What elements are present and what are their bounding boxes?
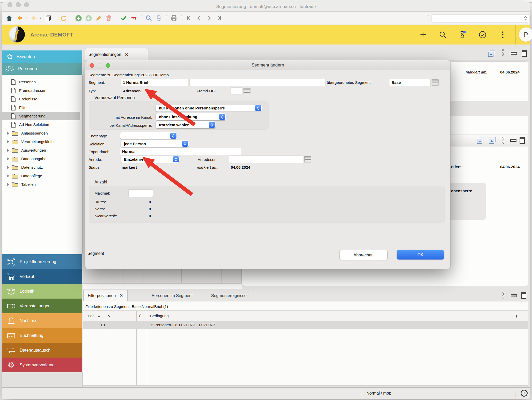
statusbar-drag-handle[interactable] (515, 390, 515, 397)
pending-tasks-icon[interactable] (458, 30, 467, 39)
parent-segment-lookup-icon[interactable] (432, 79, 439, 86)
search-button[interactable] (145, 14, 152, 22)
tab-segmentereignisse[interactable]: Segmentereignisse (207, 290, 251, 301)
nav-last-button[interactable] (216, 14, 223, 22)
cancel-button[interactable]: Abbrechen (339, 250, 388, 260)
check-circle-icon[interactable] (478, 30, 487, 39)
stepper-icon[interactable] (209, 122, 215, 128)
add-record-button[interactable] (75, 14, 82, 22)
anredeset-lookup-icon[interactable] (304, 156, 311, 162)
selektion-dropdown[interactable]: jede Person (121, 140, 189, 147)
segment-name2-input[interactable] (190, 79, 325, 86)
stepper-icon[interactable] (219, 114, 225, 120)
sidebar-item-personen-group[interactable]: Personen (2, 63, 82, 75)
tab-filterpositionen[interactable]: Filterpositionen ✕ (83, 290, 128, 301)
tab-personen-im-segment[interactable]: Personen im Segment (147, 290, 197, 301)
sidebar-module-verkauf[interactable]: Verkauf (2, 269, 82, 284)
kanalsperre-dropdown[interactable]: trotzdem wählen (156, 121, 216, 128)
tree-folder-anlassspenden[interactable]: Anlassspenden (0, 129, 80, 137)
expand-caret-icon[interactable] (7, 166, 9, 169)
col-close-paren[interactable]: ) (516, 314, 517, 318)
tree-item-adhoc-selektion[interactable]: Ad-Hoc Selektion (0, 120, 80, 129)
edit-button[interactable] (95, 14, 102, 22)
anrede-dropdown[interactable]: Einzelanrede (121, 156, 180, 163)
expand-caret-icon[interactable] (7, 140, 9, 144)
tree-item-fremdadressen[interactable]: Fremdadressen (0, 86, 80, 95)
tab-segmentierungen[interactable]: Segmentierungen ✕ (85, 48, 148, 61)
tree-folder-datenausgabe[interactable]: Datenausgabe (0, 154, 80, 163)
user-avatar[interactable]: P (519, 27, 532, 42)
sidebar-module-nachlass[interactable]: Nachlass (2, 313, 82, 328)
expand-caret-icon[interactable] (7, 131, 9, 135)
back-button[interactable] (16, 14, 23, 22)
tree-folder-verarbeitungslaeufe[interactable]: Verarbeitungsläufe (0, 137, 80, 146)
panel-minimize-icon[interactable] (511, 52, 517, 55)
table-row[interactable]: 10 1: Personen-ID: 1'021'077 - 1'021'077 (83, 321, 528, 329)
nav-first-button[interactable] (185, 14, 193, 22)
knotentyp-dropdown[interactable] (120, 132, 177, 139)
col-open-paren[interactable]: ( (139, 314, 141, 318)
segment-name-input[interactable]: 1 NormalBrief (121, 79, 188, 86)
nav-prev-button[interactable] (195, 14, 203, 22)
forward-button[interactable] (30, 14, 38, 22)
search-icon[interactable] (438, 30, 447, 39)
confirm-button[interactable] (120, 14, 127, 22)
panel-drag-handle-icon[interactable] (503, 137, 504, 144)
stepper-icon[interactable] (182, 141, 188, 147)
panel-minimize-icon[interactable] (511, 294, 517, 297)
exportdatei-input[interactable]: Normal (120, 148, 241, 155)
kebab-menu-icon[interactable] (498, 30, 507, 39)
dialog-close-button[interactable] (90, 63, 94, 68)
panel-drag-handle-icon[interactable] (502, 49, 504, 56)
personensperre-dropdown[interactable]: nur Personen ohne Personensperre (156, 105, 262, 112)
add-copy-record-button[interactable] (85, 14, 92, 22)
stepper-icon[interactable] (255, 105, 261, 111)
fremddb-lookup-icon[interactable] (243, 88, 250, 94)
col-pos[interactable]: Pos. (88, 314, 100, 318)
tab-close-icon[interactable]: ✕ (125, 52, 128, 57)
expand-caret-icon[interactable] (7, 157, 9, 161)
print-button[interactable] (170, 14, 178, 22)
forward-history-caret[interactable] (40, 18, 42, 19)
expand-caret-icon[interactable] (7, 149, 9, 152)
panel-minimize-icon[interactable] (510, 139, 516, 142)
col-bedingung[interactable]: Bedingung (150, 314, 169, 318)
panel-maximize-icon[interactable] (520, 137, 525, 144)
back-history-caret[interactable] (25, 18, 27, 19)
statusbar-drag-handle[interactable] (362, 390, 362, 397)
dialog-minimize-button[interactable] (98, 63, 102, 68)
sidebar-module-projektfinanzierung[interactable]: Projektfinanzierung (2, 254, 82, 269)
col-v[interactable]: V (108, 314, 110, 318)
sidebar-module-systemverwaltung[interactable]: ⚙ Systemverwaltung (2, 358, 82, 372)
tree-item-personen[interactable]: Personen (0, 78, 80, 86)
sidebar-module-datenaustausch[interactable]: Datenaustausch (2, 343, 82, 358)
parent-segment-input[interactable]: Base (389, 79, 430, 86)
undo-button[interactable] (130, 14, 137, 22)
anredeset-input[interactable] (229, 156, 303, 163)
add-icon[interactable] (419, 30, 427, 39)
tree-item-filter[interactable]: Filter (0, 103, 80, 112)
sidebar-item-favoriten[interactable]: Favoriten (2, 50, 82, 63)
tab-close-icon[interactable]: ✕ (120, 293, 123, 298)
expand-caret-icon[interactable] (7, 174, 9, 178)
info-icon[interactable]: i (521, 390, 528, 397)
delete-button[interactable] (105, 14, 112, 22)
sidebar-module-logistik[interactable]: Logistik (2, 284, 82, 299)
tree-item-segmentierung[interactable]: Segmentierung (0, 112, 80, 120)
panel-maximize-icon[interactable] (521, 292, 526, 299)
nav-next-button[interactable] (205, 14, 213, 22)
quick-search-combobox[interactable] (432, 14, 529, 22)
home-button[interactable] (6, 14, 13, 22)
panel-maximize-icon[interactable] (522, 50, 527, 57)
ok-button[interactable]: OK (397, 250, 444, 260)
maximal-input[interactable] (129, 190, 153, 197)
tree-folder-tabellen[interactable]: Tabellen (0, 180, 80, 189)
tree-folder-datenschutz[interactable]: Datenschutz (0, 163, 80, 172)
dialog-titlebar[interactable]: Segment ändern (85, 60, 450, 70)
kanal-dropdown[interactable]: ohne Einschränkung (156, 113, 226, 120)
tree-item-ereignisse[interactable]: Ereignisse (0, 95, 80, 103)
stepper-icon[interactable] (173, 156, 179, 162)
search-again-button[interactable] (155, 14, 162, 22)
panel-drag-handle-icon[interactable] (503, 292, 504, 299)
sidebar-module-veranstaltungen[interactable]: Veranstaltungen (2, 299, 82, 313)
